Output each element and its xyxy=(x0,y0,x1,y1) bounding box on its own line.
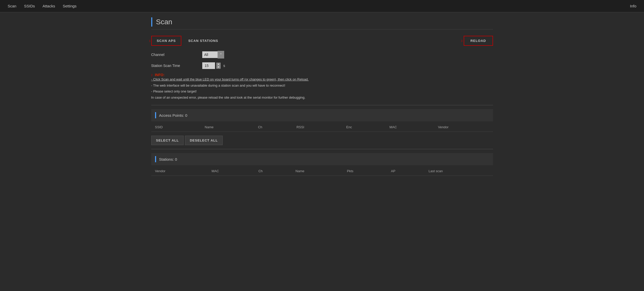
scan-aps-wrapper: 1 SCAN APS xyxy=(151,36,182,46)
stations-table-container: Vendor MAC Ch Name Pkts AP Last scan xyxy=(151,167,493,176)
action-buttons: SELECT ALL DESELECT ALL xyxy=(151,136,493,145)
access-points-header: Access Points: 0 xyxy=(151,109,493,121)
ap-col-name: Name xyxy=(201,123,254,132)
channel-select[interactable]: All 1 2 3 4 5 6 7 8 9 10 11 12 13 xyxy=(202,51,218,58)
divider-top xyxy=(151,105,493,105)
st-col-ap: AP xyxy=(387,167,425,176)
access-points-title: Access Points: 0 xyxy=(159,113,187,118)
station-scan-time-label: Station Scan Time xyxy=(151,64,202,68)
ap-col-vendor: Vendor xyxy=(434,123,493,132)
st-col-ch: Ch xyxy=(255,167,292,176)
spinner-up[interactable]: ▲ xyxy=(216,63,221,66)
info-section: 2 INFO: - Click Scan and wait until the … xyxy=(151,73,493,100)
access-points-table-container: SSID Name Ch RSSI Enc MAC Vendor xyxy=(151,123,493,132)
ap-col-mac: MAC xyxy=(386,123,434,132)
nav-scan[interactable]: Scan xyxy=(8,1,16,11)
main-content: Scan 1 SCAN APS SCAN STATIONS 3 RELOAD C… xyxy=(144,12,501,185)
nav-ssids[interactable]: SSIDs xyxy=(24,1,35,11)
info-line-1: - Click Scan and wait until the blue LED… xyxy=(151,77,493,82)
buttons-row: 1 SCAN APS SCAN STATIONS 3 RELOAD xyxy=(151,36,493,46)
ap-col-ch: Ch xyxy=(254,123,293,132)
info-badge: 2 xyxy=(151,74,153,77)
page-title-container: Scan xyxy=(151,17,493,29)
nav-info[interactable]: Info xyxy=(630,4,636,8)
st-col-vendor: Vendor xyxy=(151,167,208,176)
ap-table-header-row: SSID Name Ch RSSI Enc MAC Vendor xyxy=(151,123,493,132)
scan-aps-button[interactable]: SCAN APS xyxy=(151,36,182,46)
scan-aps-badge: 1 xyxy=(149,39,151,42)
stations-title: Stations: 0 xyxy=(159,157,177,161)
ap-col-rssi: RSSI xyxy=(293,123,342,132)
stations-bar xyxy=(155,156,156,162)
st-col-mac: MAC xyxy=(208,167,255,176)
st-col-pkts: Pkts xyxy=(343,167,387,176)
access-points-table: SSID Name Ch RSSI Enc MAC Vendor xyxy=(151,123,493,132)
stations-table: Vendor MAC Ch Name Pkts AP Last scan xyxy=(151,167,493,176)
divider-middle xyxy=(151,149,493,149)
stations-header: Stations: 0 xyxy=(151,153,493,165)
access-points-bar xyxy=(155,112,156,118)
info-line-4: In case of an unexpected error, please r… xyxy=(151,95,493,100)
info-line-2: - The web interface will be unavailable … xyxy=(151,83,493,88)
reload-badge: 3 xyxy=(461,39,463,42)
page-title: Scan xyxy=(156,18,172,26)
station-scan-time-container: ▲ ▼ s xyxy=(202,62,225,69)
nav-settings[interactable]: Settings xyxy=(63,1,77,11)
reload-button[interactable]: RELOAD xyxy=(464,36,493,46)
stations-table-header-row: Vendor MAC Ch Name Pkts AP Last scan xyxy=(151,167,493,176)
st-col-last-scan: Last scan xyxy=(425,167,493,176)
buttons-left: 1 SCAN APS SCAN STATIONS xyxy=(151,36,224,46)
select-all-button[interactable]: SELECT ALL xyxy=(151,136,184,145)
deselect-all-button[interactable]: DESELECT ALL xyxy=(185,136,223,145)
page-title-bar xyxy=(151,17,152,27)
ap-col-ssid: SSID xyxy=(151,123,201,132)
ap-col-enc: Enc xyxy=(342,123,385,132)
nav-links: Scan SSIDs Attacks Settings xyxy=(8,1,77,11)
nav-attacks[interactable]: Attacks xyxy=(43,1,55,11)
scan-stations-button[interactable]: SCAN STATIONS xyxy=(183,36,224,46)
spinner-down[interactable]: ▼ xyxy=(216,66,221,69)
channel-select-arrow[interactable]: ⌃ xyxy=(218,51,224,59)
number-spinners: ▲ ▼ xyxy=(216,63,221,69)
info-label: INFO: xyxy=(155,73,165,77)
st-col-name: Name xyxy=(292,167,343,176)
info-badge-wrapper: 2 INFO: xyxy=(151,73,165,77)
info-line-3: - Please select only one target! xyxy=(151,89,493,94)
channel-label: Channel xyxy=(151,53,202,57)
station-scan-time-input[interactable] xyxy=(202,62,215,69)
top-navigation: Scan SSIDs Attacks Settings Info xyxy=(0,0,644,12)
channel-row: Channel All 1 2 3 4 5 6 7 8 9 10 11 12 1… xyxy=(151,51,493,59)
channel-select-container: All 1 2 3 4 5 6 7 8 9 10 11 12 13 ⌃ xyxy=(202,51,224,59)
reload-wrapper: 3 RELOAD xyxy=(464,36,493,46)
station-scan-time-unit: s xyxy=(223,64,225,68)
station-scan-time-row: Station Scan Time ▲ ▼ s xyxy=(151,62,493,69)
